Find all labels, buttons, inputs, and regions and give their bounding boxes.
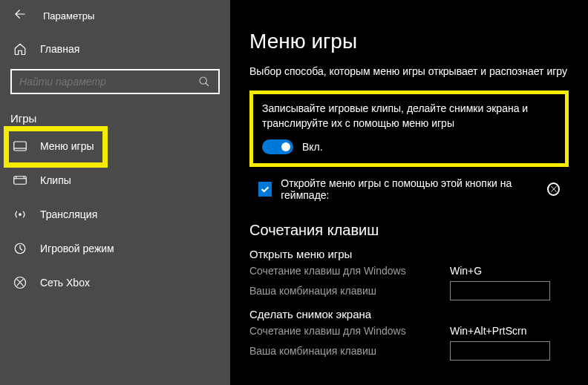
main-content: Меню игры Выбор способа, которым меню иг…	[230, 0, 588, 385]
svg-point-5	[19, 213, 22, 216]
screenshot-title: Сделать снимок экрана	[249, 308, 569, 320]
svg-rect-2	[14, 142, 27, 151]
open-menu-win-value: Win+G	[450, 265, 482, 277]
broadcast-icon	[13, 208, 27, 221]
sidebar-item-xbox-network[interactable]: Сеть Xbox	[0, 266, 230, 300]
record-description: Записывайте игровые клипы, делайте снимк…	[262, 102, 556, 131]
open-menu-win-label: Сочетание клавиш для Windows	[249, 265, 450, 277]
sidebar-home[interactable]: Главная	[0, 35, 230, 63]
sidebar-item-label: Сеть Xbox	[40, 277, 90, 289]
sidebar-item-game-mode[interactable]: Игровой режим	[0, 231, 230, 266]
search-icon	[197, 75, 211, 88]
svg-line-8	[20, 249, 22, 250]
svg-line-1	[206, 83, 209, 86]
open-menu-custom-input[interactable]	[450, 281, 550, 300]
screenshot-win-label: Сочетание клавиш для Windows	[249, 325, 450, 337]
sidebar-item-label: Трансляция	[40, 208, 97, 220]
home-icon	[13, 42, 27, 56]
page-title: Меню игры	[249, 30, 569, 53]
open-menu-title: Открыть меню игры	[249, 248, 569, 260]
sidebar-item-label: Меню игры	[40, 140, 94, 152]
toggle-label: Вкл.	[302, 141, 323, 153]
search-box[interactable]	[10, 69, 220, 94]
category-label: Игры	[0, 100, 230, 129]
screenshot-win-value: Win+Alt+PrtScrn	[450, 325, 526, 337]
xbox-button-icon	[547, 182, 560, 196]
sidebar: Параметры Главная Игры Меню игры	[0, 0, 230, 385]
gamepad-checkbox[interactable]	[258, 182, 272, 197]
sidebar-item-label: Игровой режим	[40, 243, 114, 254]
toggle-knob	[281, 142, 290, 151]
shortcuts-heading: Сочетания клавиш	[249, 222, 569, 239]
back-arrow-icon[interactable]	[13, 7, 27, 24]
clips-icon	[13, 174, 27, 187]
sidebar-item-clips[interactable]: Клипы	[0, 163, 230, 197]
xbox-icon	[13, 276, 27, 289]
page-subtitle: Выбор способа, которым меню игры открыва…	[249, 65, 569, 77]
search-input[interactable]	[19, 76, 197, 88]
screenshot-custom-label: Ваша комбинация клавиш	[249, 345, 450, 357]
game-bar-icon	[13, 139, 27, 153]
gamepad-checkbox-label: Откройте меню игры с помощью этой кнопки…	[281, 177, 538, 201]
svg-point-0	[200, 77, 206, 84]
sidebar-item-broadcast[interactable]: Трансляция	[0, 197, 230, 231]
game-mode-icon	[13, 242, 27, 255]
gamepad-checkbox-row: Откройте меню игры с помощью этой кнопки…	[249, 174, 569, 208]
sidebar-home-label: Главная	[40, 43, 79, 55]
header-title: Параметры	[43, 10, 94, 22]
screenshot-custom-input[interactable]	[450, 341, 550, 361]
sidebar-item-label: Клипы	[40, 174, 71, 186]
open-menu-custom-label: Ваша комбинация клавиш	[249, 285, 450, 297]
record-section: Записывайте игровые клипы, делайте снимк…	[249, 91, 569, 167]
record-toggle[interactable]	[262, 139, 293, 154]
sidebar-item-game-menu[interactable]: Меню игры	[0, 129, 230, 163]
